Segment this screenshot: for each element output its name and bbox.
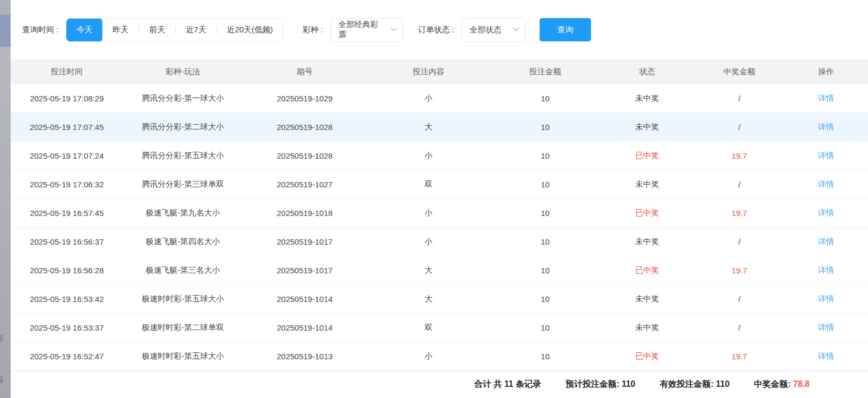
detail-link[interactable]: 详情 [818, 294, 834, 303]
cell-bet-amount: 10 [491, 123, 600, 132]
cell-bet-content: 大 [367, 294, 491, 304]
time-range-button-group: 今天昨天前天近7天近20天(低频) [66, 18, 283, 42]
table-row: 2025-05-19 17:07:45腾讯分分彩-第二球大小20250519-1… [11, 113, 868, 142]
cell-action: 详情 [784, 237, 868, 247]
detail-link[interactable]: 详情 [818, 122, 834, 131]
detail-link[interactable]: 详情 [818, 351, 834, 360]
cell-action: 详情 [784, 351, 868, 361]
valid-bet-amount: 有效投注金额: 110 [659, 379, 730, 390]
cell-bet-content: 小 [367, 237, 491, 247]
lottery-type-value: 全部经典彩票 [338, 20, 383, 40]
cell-game-play: 腾讯分分彩-第五球大小 [123, 151, 243, 161]
cell-bet-amount: 10 [491, 209, 600, 218]
cell-status: 未中奖 [600, 93, 695, 103]
detail-link[interactable]: 详情 [818, 323, 834, 332]
lottery-type-label: 彩种 : [302, 25, 323, 35]
cell-bet-time: 2025-05-19 16:53:42 [11, 295, 123, 304]
order-status-value: 全部状态 [470, 25, 501, 35]
query-button[interactable]: 查询 [540, 18, 591, 41]
cell-bet-content: 小 [367, 351, 491, 361]
detail-link[interactable]: 详情 [818, 179, 834, 188]
total-prize-amount: 中奖金额: 78.8 [754, 379, 810, 390]
cell-issue: 20250519-1017 [243, 266, 367, 275]
column-header: 状态 [600, 67, 695, 77]
cell-status: 已中奖 [600, 265, 695, 275]
summary-bar: 合计 共 11 条记录 预计投注金额: 110 有效投注金额: 110 中奖金额… [11, 371, 868, 397]
cell-action: 详情 [784, 151, 868, 161]
cell-bet-content: 大 [367, 265, 491, 275]
cell-prize: / [695, 123, 784, 132]
cell-prize: / [695, 94, 784, 103]
cell-issue: 20250519-1017 [243, 237, 367, 246]
cell-bet-time: 2025-05-19 17:07:24 [11, 151, 123, 160]
filter-bar: 查询时间 : 今天昨天前天近7天近20天(低频) 彩种 : 全部经典彩票 订单状… [11, 18, 868, 42]
cell-status: 未中奖 [600, 122, 695, 132]
cell-bet-content: 双 [367, 179, 491, 189]
table-row: 2025-05-19 16:56:37极速飞艇-第四名大小20250519-10… [11, 228, 868, 256]
table-header-row: 投注时间彩种-玩法期号投注内容投注金额状态中奖金额操作 [11, 59, 868, 84]
column-header: 操作 [784, 67, 868, 77]
cell-status: 未中奖 [600, 323, 695, 333]
cell-issue: 20250519-1029 [243, 94, 367, 103]
clipped-sidebar-glyph: 彩 [0, 375, 3, 385]
cell-game-play: 腾讯分分彩-第一球大小 [123, 93, 243, 103]
cell-bet-content: 大 [367, 122, 491, 132]
cell-issue: 20250519-1014 [243, 295, 367, 304]
table-row: 2025-05-19 16:57:45极速飞艇-第九名大小20250519-10… [11, 199, 868, 228]
cell-status: 已中奖 [600, 351, 695, 361]
column-header: 投注时间 [11, 67, 123, 77]
time-option-1[interactable]: 昨天 [102, 18, 138, 42]
order-status-select[interactable]: 全部状态 [462, 18, 526, 42]
clipped-sidebar-glyph: 彩 [0, 333, 3, 343]
column-header: 投注内容 [367, 67, 491, 77]
time-option-3[interactable]: 近7天 [176, 18, 216, 42]
bet-records-table: 投注时间彩种-玩法期号投注内容投注金额状态中奖金额操作 2025-05-19 1… [11, 59, 868, 371]
cell-bet-content: 双 [367, 323, 491, 333]
cell-game-play: 腾讯分分彩-第二球大小 [123, 122, 243, 132]
table-row: 2025-05-19 16:52:47极速时时彩-第五球大小20250519-1… [11, 342, 868, 371]
detail-link[interactable]: 详情 [818, 208, 834, 217]
detail-link[interactable]: 详情 [818, 237, 834, 246]
background-page-sliver: 彩 彩 [0, 0, 11, 398]
cell-status: 已中奖 [600, 208, 695, 218]
cell-bet-amount: 10 [491, 323, 600, 332]
column-header: 期号 [243, 67, 367, 77]
cell-issue: 20250519-1013 [243, 352, 367, 361]
cell-action: 详情 [784, 179, 868, 189]
cell-bet-time: 2025-05-19 17:06:32 [11, 180, 123, 189]
cell-bet-time: 2025-05-19 16:56:37 [11, 237, 123, 246]
table-row: 2025-05-19 17:08:29腾讯分分彩-第一球大小20250519-1… [11, 84, 868, 113]
cell-bet-amount: 10 [491, 180, 600, 189]
detail-link[interactable]: 详情 [818, 151, 834, 160]
table-row: 2025-05-19 16:53:37极速时时彩-第二球单双20250519-1… [11, 314, 868, 342]
cell-issue: 20250519-1014 [243, 323, 367, 332]
cell-bet-content: 小 [367, 208, 491, 218]
time-option-2[interactable]: 前天 [139, 18, 175, 42]
cell-action: 详情 [784, 122, 868, 132]
cell-game-play: 腾讯分分彩-第三球单双 [123, 179, 243, 189]
cell-game-play: 极速飞艇-第三名大小 [123, 265, 243, 275]
cell-bet-amount: 10 [491, 151, 600, 160]
table-body: 2025-05-19 17:08:29腾讯分分彩-第一球大小20250519-1… [11, 84, 868, 371]
cell-game-play: 极速飞艇-第四名大小 [123, 237, 243, 247]
cell-bet-amount: 10 [491, 237, 600, 246]
detail-link[interactable]: 详情 [818, 265, 834, 274]
cell-game-play: 极速时时彩-第二球单双 [123, 323, 243, 333]
time-option-4[interactable]: 近20天(低频) [217, 18, 283, 42]
total-records-text: 合计 共 11 条记录 [474, 379, 541, 390]
time-option-0[interactable]: 今天 [66, 18, 102, 42]
cell-status: 未中奖 [600, 179, 695, 189]
cell-bet-content: 小 [367, 93, 491, 103]
cell-bet-amount: 10 [491, 352, 600, 361]
cell-prize: / [695, 323, 784, 332]
detail-link[interactable]: 详情 [818, 93, 834, 102]
cell-status: 已中奖 [600, 151, 695, 161]
table-row: 2025-05-19 17:06:32腾讯分分彩-第三球单双20250519-1… [11, 170, 868, 199]
table-row: 2025-05-19 16:56:28极速飞艇-第三名大小20250519-10… [11, 256, 868, 285]
cell-bet-content: 小 [367, 151, 491, 161]
cell-game-play: 极速飞艇-第九名大小 [123, 208, 243, 218]
cell-issue: 20250519-1028 [243, 151, 367, 160]
lottery-type-select[interactable]: 全部经典彩票 [331, 18, 403, 42]
cell-bet-time: 2025-05-19 16:53:37 [11, 323, 123, 332]
cell-action: 详情 [784, 93, 868, 103]
